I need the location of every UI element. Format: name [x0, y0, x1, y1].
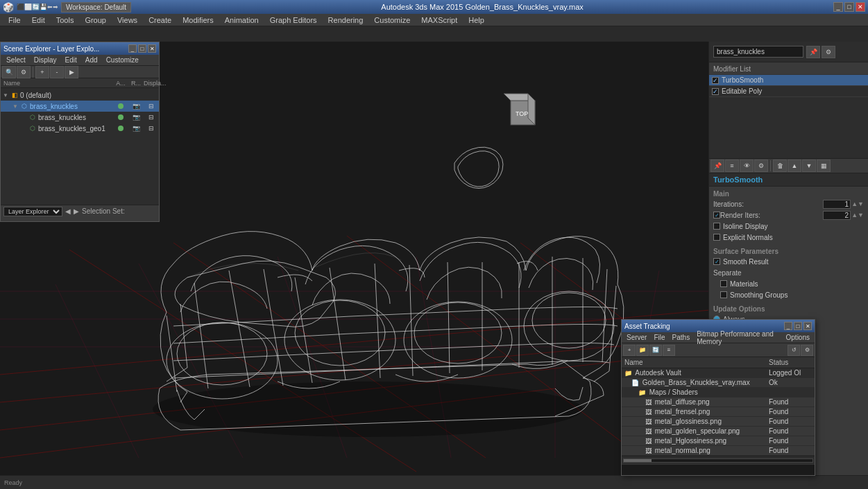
modifier-editable-poly[interactable]: Editable Poly	[709, 86, 868, 97]
vis-dot-3	[118, 126, 124, 131]
tree-item-brass-knuckles[interactable]: ▼ ⬡ brass_knuckles 📷 ⊟	[1, 101, 159, 112]
at-table-row-7[interactable]: 🖼 metal_Hglossiness.pngFound	[622, 436, 815, 446]
menu-item-file[interactable]: File	[3, 14, 26, 26]
at-scrollbar-track	[623, 458, 813, 463]
at-table-row-5[interactable]: 🖼 metal_glossiness.pngFound	[622, 417, 815, 427]
ts-iterations-spinner[interactable]: ▲▼	[851, 200, 864, 207]
mod-stack-btn[interactable]: ≡	[725, 160, 739, 172]
restore-button[interactable]: □	[844, 2, 854, 12]
menu-item-edit[interactable]: Edit	[26, 14, 51, 26]
menu-item-tools[interactable]: Tools	[51, 14, 80, 26]
at-menu-bitmap-performance-and-memory[interactable]: Bitmap Performance and Memory	[693, 330, 782, 345]
at-minimize-btn[interactable]: _	[784, 322, 792, 330]
se-filter-btn[interactable]: ⚙	[17, 66, 31, 78]
window-controls: _ □ ✕	[833, 2, 865, 12]
ts-explicit-normals-check[interactable]	[713, 234, 720, 241]
at-list-btn[interactable]: ≡	[663, 345, 675, 356]
tree-item-brass-geo[interactable]: ⬡ brass_knuckles_geo1 📷 ⊟	[1, 123, 159, 134]
menu-item-create[interactable]: Create	[143, 14, 177, 26]
se-minimize-btn[interactable]: _	[128, 44, 137, 53]
mod-show-btn[interactable]: 👁	[740, 160, 754, 172]
mod-pin-btn[interactable]: 📌	[710, 160, 724, 172]
at-new-btn[interactable]: +	[623, 345, 636, 356]
ts-isoline-check[interactable]	[713, 223, 720, 230]
menu-item-animation[interactable]: Animation	[219, 14, 264, 26]
se-close-btn[interactable]: ✕	[148, 44, 156, 53]
at-scrollbar[interactable]	[622, 456, 815, 464]
mod-down-btn[interactable]: ▼	[802, 160, 816, 172]
at-table-row-8[interactable]: 🖼 metal_normal.pngFound	[622, 446, 815, 456]
obj-icon-3: ⬡	[28, 124, 37, 132]
se-menu-edit[interactable]: Edit	[61, 56, 81, 64]
ts-render-iters-label: Render Iters:	[720, 212, 823, 219]
menu-item-modifiers[interactable]: Modifiers	[177, 14, 219, 26]
mod-settings-btn[interactable]: ⚙	[754, 160, 768, 172]
ts-render-iters-check[interactable]	[713, 212, 720, 218]
at-menu-paths[interactable]: Paths	[669, 334, 694, 341]
se-menu-add[interactable]: Add	[81, 56, 102, 64]
at-folder-btn[interactable]: 📁	[636, 345, 649, 356]
workspace-dropdown[interactable]: Workspace: Default	[61, 2, 131, 12]
layer-explorer-dropdown[interactable]: Layer Explorer	[3, 207, 62, 216]
nav-cube[interactable]: TOP	[500, 90, 542, 132]
at-menu-options[interactable]: Options	[783, 334, 813, 341]
at-input[interactable]	[623, 466, 813, 474]
mod-delete-btn[interactable]: 🗑	[773, 160, 787, 172]
config-icon[interactable]: ⚙	[822, 46, 835, 58]
modifier-turbosmooth[interactable]: TurboSmooth	[709, 75, 868, 86]
tree-item-layer0[interactable]: ▼ ◧ 0 (default)	[1, 89, 159, 101]
menu-item-customize[interactable]: Customize	[368, 14, 416, 26]
at-table-row-1[interactable]: 📄 Golden_Brass_Knuckles_vray.maxOk	[622, 378, 815, 388]
se-add-btn[interactable]: +	[35, 66, 49, 78]
at-table-row-3[interactable]: 🖼 metal_diffuse.pngFound	[622, 397, 815, 407]
ts-materials-check[interactable]	[720, 280, 727, 287]
ts-render-iters-input[interactable]	[823, 211, 851, 220]
menu-item-help[interactable]: Help	[463, 14, 490, 26]
at-cell-status-7: Found	[766, 436, 815, 446]
se-menu-customize[interactable]: Customize	[102, 56, 143, 64]
minimize-button[interactable]: _	[833, 2, 843, 12]
se-btn-2[interactable]: ▶	[74, 207, 79, 215]
menu-item-graph-editors[interactable]: Graph Editors	[264, 14, 323, 26]
mod-up-btn[interactable]: ▲	[788, 160, 801, 172]
se-expand-btn[interactable]: ▶	[65, 66, 78, 78]
menu-bar: FileEditToolsGroupViewsCreateModifiersAn…	[0, 14, 868, 26]
menu-item-views[interactable]: Views	[112, 14, 143, 26]
ts-smoothing-groups-check[interactable]	[720, 291, 727, 298]
at-col-name[interactable]: Name	[622, 357, 766, 368]
at-table-row-0[interactable]: 📁 Autodesk VaultLogged Ol	[622, 368, 815, 378]
se-restore-btn[interactable]: □	[138, 44, 146, 53]
ts-render-iters-spinner[interactable]: ▲▼	[851, 212, 864, 218]
object-name-input[interactable]	[713, 46, 803, 58]
se-menu-display[interactable]: Display	[30, 56, 61, 64]
ts-smooth-result-check[interactable]	[713, 258, 720, 265]
at-refresh-btn[interactable]: ↺	[788, 345, 800, 356]
at-table-body: 📁 Autodesk VaultLogged Ol📄 Golden_Brass_…	[622, 368, 815, 456]
at-scrollbar-thumb[interactable]	[624, 459, 652, 462]
se-search-btn[interactable]: 🔍	[2, 66, 16, 78]
ts-iterations-input[interactable]	[823, 200, 851, 209]
at-menu-server[interactable]: Server	[623, 334, 650, 341]
modifier-check-1[interactable]	[712, 88, 719, 95]
tree-item-brass-knuckles-child[interactable]: ⬡ brass_knuckles 📷 ⊟	[1, 112, 159, 123]
modifier-check-0[interactable]	[712, 77, 719, 84]
at-settings-btn[interactable]: ⚙	[801, 345, 813, 356]
at-menu-file[interactable]: File	[650, 334, 668, 341]
at-table-row-4[interactable]: 🖼 metal_frensel.pngFound	[622, 407, 815, 417]
at-table-row-6[interactable]: 🖼 metal_golden_specular.pngFound	[622, 427, 815, 436]
se-remove-btn[interactable]: -	[50, 66, 64, 78]
at-col-status[interactable]: Status	[766, 357, 815, 368]
at-close-btn[interactable]: ✕	[803, 322, 812, 330]
at-table-row-2[interactable]: 📁 Maps / Shaders	[622, 388, 815, 397]
menu-item-rendering[interactable]: Rendering	[323, 14, 369, 26]
mod-grid-btn[interactable]: ▦	[817, 160, 831, 172]
menu-item-maxscript[interactable]: MAXScript	[416, 14, 463, 26]
close-button[interactable]: ✕	[856, 2, 865, 12]
se-menu-select[interactable]: Select	[2, 56, 30, 64]
at-reload-btn[interactable]: 🔄	[649, 345, 662, 356]
pin-icon[interactable]: 📌	[806, 46, 820, 58]
ts-separate-row: Separate	[709, 267, 868, 278]
menu-item-group[interactable]: Group	[79, 14, 112, 26]
at-restore-btn[interactable]: □	[794, 322, 802, 330]
se-btn-1[interactable]: ◀	[65, 207, 71, 215]
